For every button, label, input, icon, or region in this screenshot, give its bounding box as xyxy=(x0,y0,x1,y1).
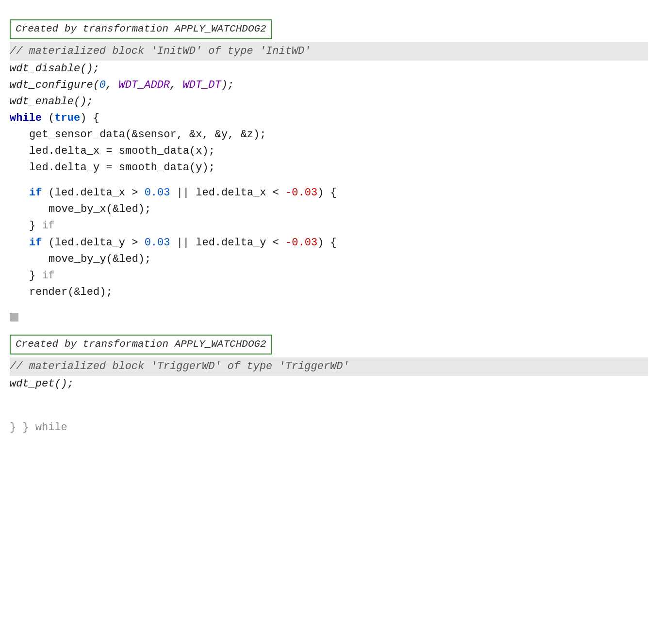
comment-line-2: // materialized block 'TriggerWD' of typ… xyxy=(10,357,648,376)
code-line-move-by-x: move_by_x(&led); xyxy=(10,201,648,218)
code-line-while: while (true) { xyxy=(10,110,648,127)
wdt-pet-text: wdt_pet(); xyxy=(10,378,74,390)
code-line-led-delta-y: led.delta_y = smooth_data(y); xyxy=(10,160,648,176)
val-neg-0-03-y: -0.03 xyxy=(285,237,317,249)
wdt-configure-pre: wdt_configure(0, WDT_ADDR, WDT_DT); xyxy=(10,79,234,91)
code-block: Created by transformation APPLY_WATCHDOG… xyxy=(10,15,648,441)
gap-5 xyxy=(10,401,648,410)
code-line-wdt-enable: wdt_enable(); xyxy=(10,94,648,110)
code-line-wdt-configure: wdt_configure(0, WDT_ADDR, WDT_DT); xyxy=(10,77,648,94)
val-0-03-y1: 0.03 xyxy=(145,237,170,249)
code-line-get-sensor: get_sensor_data(&sensor, &x, &y, &z); xyxy=(10,127,648,143)
wdt-enable-text: wdt_enable(); xyxy=(10,96,93,108)
gray-marker xyxy=(10,313,18,322)
closing-if-y: if xyxy=(42,270,54,282)
gap-3 xyxy=(10,326,648,335)
arg-wdt-addr: WDT_ADDR xyxy=(118,79,170,91)
gap-4 xyxy=(10,392,648,401)
code-line-close-if-y: } if xyxy=(10,268,648,284)
code-line-render: render(&led); xyxy=(10,284,648,301)
wdt-disable-text: wdt_disable(); xyxy=(10,63,99,75)
code-line-led-delta-x: led.delta_x = smooth_data(x); xyxy=(10,143,648,160)
code-line-wdt-disable: wdt_disable(); xyxy=(10,61,648,77)
transformation-label-1: Created by transformation APPLY_WATCHDOG… xyxy=(10,19,272,39)
kw-while: while xyxy=(10,112,42,124)
arg-wdt-dt: WDT_DT xyxy=(182,79,221,91)
closing-while-text: } while xyxy=(22,421,67,434)
code-line-if-y: if (led.delta_y > 0.03 || led.delta_y < … xyxy=(10,235,648,251)
kw-true: true xyxy=(54,112,80,124)
code-line-move-by-y: move_by_y(&led); xyxy=(10,251,648,268)
closing-if-x: if xyxy=(42,220,54,232)
val-neg-0-03-x: -0.03 xyxy=(285,187,317,199)
transformation-label-2: Created by transformation APPLY_WATCHDOG… xyxy=(10,335,272,354)
gap-2 xyxy=(10,301,648,309)
closing-while: } } while xyxy=(10,419,648,436)
code-line-wdt-pet: wdt_pet(); xyxy=(10,376,648,392)
arg-zero: 0 xyxy=(99,79,106,91)
comment-line-1: // materialized block 'InitWD' of type '… xyxy=(10,42,648,61)
code-line-close-if-x: } if xyxy=(10,218,648,234)
val-0-03-x1: 0.03 xyxy=(145,187,170,199)
code-line-if-x: if (led.delta_x > 0.03 || led.delta_x < … xyxy=(10,185,648,201)
gap-1 xyxy=(10,176,648,185)
kw-if-y: if xyxy=(29,237,42,249)
kw-if-x: if xyxy=(29,187,42,199)
